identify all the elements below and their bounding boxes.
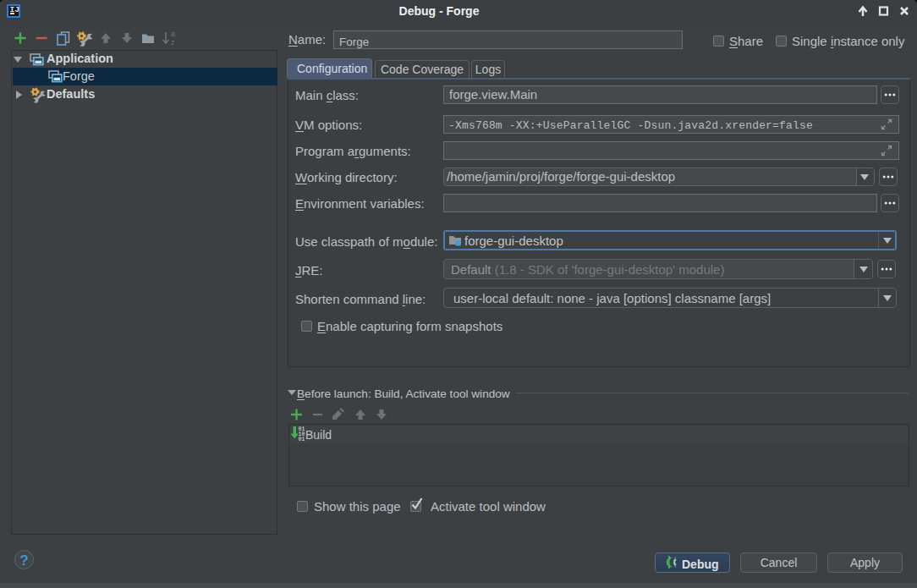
svg-text:z: z: [171, 38, 175, 47]
svg-text:a: a: [171, 30, 175, 38]
svg-text:01: 01: [299, 437, 305, 441]
